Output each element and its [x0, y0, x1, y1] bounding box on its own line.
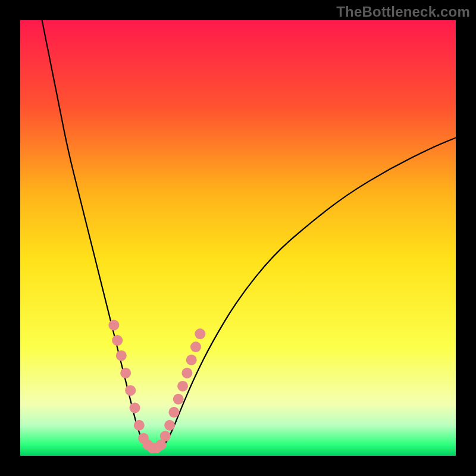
- marker-dot: [108, 320, 119, 330]
- marker-dot: [120, 368, 131, 378]
- marker-dot: [125, 385, 136, 396]
- plot-background: [20, 20, 456, 456]
- marker-dot: [112, 335, 123, 346]
- marker-dot: [177, 381, 188, 392]
- marker-dot: [186, 355, 197, 365]
- marker-dot: [173, 394, 184, 405]
- watermark-label: TheBottleneck.com: [336, 4, 470, 20]
- marker-dot: [130, 402, 140, 413]
- marker-dot: [190, 342, 201, 352]
- marker-dot: [116, 350, 127, 361]
- marker-dot: [160, 431, 171, 441]
- marker-dot: [134, 420, 145, 431]
- marker-dot: [195, 328, 205, 339]
- chart-container: TheBottleneck.com: [0, 0, 476, 476]
- marker-dot: [164, 420, 175, 431]
- marker-dot: [181, 368, 192, 378]
- bottleneck-chart: [0, 0, 476, 476]
- marker-dot: [168, 407, 179, 418]
